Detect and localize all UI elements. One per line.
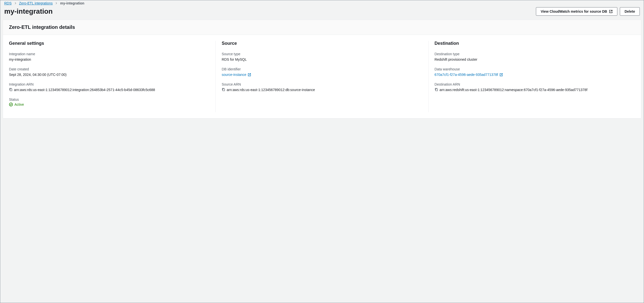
integration-arn-label: Integration ARN <box>9 82 210 86</box>
destination-arn-value: arn:aws:redshift:us-east-1:123456789012:… <box>440 87 588 92</box>
status-value: Active <box>14 102 24 106</box>
status-label: Status <box>9 97 210 101</box>
source-type-value: RDS for MySQL <box>222 57 422 62</box>
destination-type-value: Redshift provisioned cluster <box>434 57 635 62</box>
external-link-icon <box>609 10 612 13</box>
check-circle-icon <box>9 102 13 106</box>
data-warehouse-value: 670a7cf1-f27a-4596-aede-935ad771378f <box>434 72 498 77</box>
external-link-icon <box>248 73 251 76</box>
db-identifier-label: DB identifier <box>222 67 422 71</box>
view-cloudwatch-metrics-button[interactable]: View CloudWatch metrics for source DB <box>536 7 617 16</box>
destination-column: Destination Destination type Redshift pr… <box>428 41 635 112</box>
source-arn-label: Source ARN <box>222 82 422 86</box>
chevron-right-icon <box>14 2 17 4</box>
svg-rect-2 <box>223 89 225 91</box>
general-settings-heading: General settings <box>9 41 210 46</box>
destination-arn-label: Destination ARN <box>434 82 635 86</box>
data-warehouse-label: Data warehouse <box>434 67 635 71</box>
breadcrumb-zero-etl-link[interactable]: Zero-ETL integrations <box>19 1 53 5</box>
db-identifier-link[interactable]: source-instance <box>222 72 251 77</box>
breadcrumb-rds-link[interactable]: RDS <box>4 1 12 5</box>
chevron-right-icon <box>55 2 58 4</box>
destination-type-label: Destination type <box>434 52 635 56</box>
breadcrumb-current: my-integration <box>60 1 84 5</box>
view-cloudwatch-metrics-label: View CloudWatch metrics for source DB <box>541 9 607 13</box>
copy-icon[interactable] <box>222 88 225 91</box>
source-heading: Source <box>222 41 422 46</box>
data-warehouse-link[interactable]: 670a7cf1-f27a-4596-aede-935ad771378f <box>434 72 503 77</box>
general-settings-column: General settings Integration name my-int… <box>9 41 216 112</box>
source-column: Source Source type RDS for MySQL DB iden… <box>216 41 428 112</box>
integration-details-panel: Zero-ETL integration details General set… <box>3 20 641 118</box>
status-badge: Active <box>9 102 24 106</box>
source-arn-value: arn:aws:rds:us-east-1:123456789012:db:so… <box>226 87 315 92</box>
integration-name-label: Integration name <box>9 52 210 56</box>
integration-arn-value: arn:aws:rds:us-east-1:123456789012:integ… <box>14 87 155 92</box>
external-link-icon <box>500 73 503 76</box>
panel-header: Zero-ETL integration details <box>3 20 641 35</box>
copy-icon[interactable] <box>9 88 12 91</box>
breadcrumb: RDS Zero-ETL integrations my-integration <box>0 0 644 5</box>
page-title: my-integration <box>4 7 52 15</box>
header-actions: View CloudWatch metrics for source DB De… <box>536 7 640 16</box>
svg-rect-0 <box>10 89 12 91</box>
panel-title: Zero-ETL integration details <box>9 24 635 30</box>
copy-icon[interactable] <box>434 88 438 91</box>
db-identifier-value: source-instance <box>222 72 246 77</box>
svg-rect-3 <box>436 89 438 91</box>
delete-button[interactable]: Delete <box>620 7 640 16</box>
destination-heading: Destination <box>434 41 635 46</box>
date-created-value: Sept 28, 2024, 04:30:00 (UTC-07:00) <box>9 72 210 77</box>
integration-name-value: my-integration <box>9 57 210 62</box>
date-created-label: Date created <box>9 67 210 71</box>
source-type-label: Source type <box>222 52 422 56</box>
